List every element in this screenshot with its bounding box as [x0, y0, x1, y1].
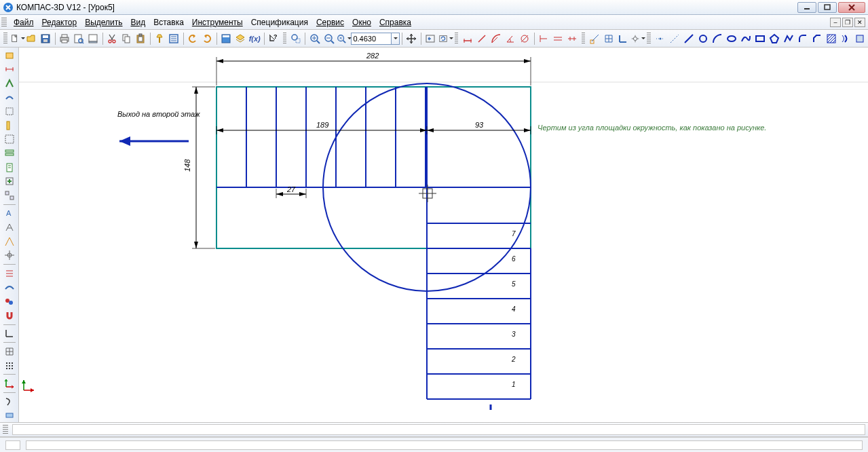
maximize-button[interactable]: [818, 2, 837, 13]
minimize-button[interactable]: [797, 2, 816, 13]
menu-service[interactable]: Сервис: [312, 16, 348, 29]
save-button[interactable]: [39, 31, 53, 46]
extra-button[interactable]: [2, 409, 17, 422]
dim-baseline-button[interactable]: [551, 31, 565, 46]
tool-c-button[interactable]: [2, 235, 17, 248]
snap-endpoint-button[interactable]: [587, 31, 601, 46]
mdi-minimize-button[interactable]: –: [830, 18, 841, 27]
toolbar-grip[interactable]: [1, 18, 7, 27]
zoom-fit-button[interactable]: [336, 31, 351, 46]
paste-button[interactable]: [134, 31, 148, 46]
properties-button[interactable]: [167, 31, 181, 46]
toolbar-grip[interactable]: [3, 33, 7, 45]
zoom-input[interactable]: [351, 33, 392, 45]
axis-icon[interactable]: [2, 377, 17, 390]
show-texture-button[interactable]: [2, 295, 17, 308]
menu-select[interactable]: Выделить: [81, 16, 126, 29]
help-button[interactable]: ?: [267, 31, 281, 46]
mdi-restore-button[interactable]: ❐: [842, 18, 853, 27]
views-panel-button[interactable]: [2, 189, 17, 202]
toolbar-grip[interactable]: [283, 33, 287, 45]
select-panel-button[interactable]: [2, 133, 17, 147]
new-document-button[interactable]: [10, 31, 24, 46]
zoom-window-button[interactable]: [288, 31, 303, 46]
arc-button[interactable]: [710, 31, 724, 46]
manager-button[interactable]: [219, 31, 233, 46]
point-button[interactable]: [653, 31, 667, 46]
toolbar-grip[interactable]: [582, 33, 586, 45]
property-field[interactable]: [12, 424, 865, 435]
coord-origin-button[interactable]: [2, 327, 17, 341]
ellipse-button[interactable]: [724, 31, 738, 46]
copy-button[interactable]: [119, 31, 134, 46]
show-dims-button[interactable]: [2, 267, 17, 280]
dim-angle-button[interactable]: [504, 31, 518, 46]
menu-tools[interactable]: Инструменты: [188, 16, 247, 29]
dim-diameter-button[interactable]: [518, 31, 532, 46]
zoom-out-button[interactable]: [322, 31, 336, 46]
drawing-canvas[interactable]: 1 2 3 4 5 6 7 282 148: [19, 48, 868, 422]
rectangle-button[interactable]: [753, 31, 767, 46]
print-preview-button[interactable]: [72, 31, 86, 46]
edit-panel-button[interactable]: [2, 91, 17, 105]
line-button[interactable]: [681, 31, 696, 46]
menu-help[interactable]: Справка: [375, 16, 415, 29]
magnet-button[interactable]: [2, 309, 17, 322]
toolbar-grip[interactable]: [455, 33, 459, 45]
tool-d-button[interactable]: [2, 249, 17, 263]
tool-a-button[interactable]: A: [2, 207, 17, 221]
contour-button[interactable]: [852, 31, 867, 46]
print-button[interactable]: [58, 31, 72, 46]
open-button[interactable]: [24, 31, 39, 46]
snap-grid-button[interactable]: [601, 31, 616, 46]
spec-panel-button[interactable]: [2, 147, 17, 160]
polygon-button[interactable]: [767, 31, 781, 46]
notation-panel-button[interactable]: [2, 77, 17, 90]
dimensions-panel-button[interactable]: [2, 63, 17, 77]
chamfer-button[interactable]: [810, 31, 824, 46]
grid-dots-button[interactable]: [2, 359, 17, 373]
dim-ordinate-button[interactable]: [537, 31, 551, 46]
tool-b-button[interactable]: [2, 221, 17, 234]
toolbar-grip[interactable]: [3, 425, 8, 434]
snap-settings-button[interactable]: [630, 31, 645, 46]
menu-editor[interactable]: Редактор: [38, 16, 81, 29]
equidistant-button[interactable]: [838, 31, 852, 46]
spline-button[interactable]: [738, 31, 753, 46]
menu-view[interactable]: Вид: [127, 16, 150, 29]
toolbar-grip[interactable]: [647, 33, 651, 45]
redraw-button[interactable]: [438, 31, 453, 46]
menu-file[interactable]: Файл: [10, 16, 38, 29]
format-painter-button[interactable]: [153, 31, 167, 46]
close-button[interactable]: [838, 2, 865, 13]
zoom-previous-button[interactable]: [423, 31, 438, 46]
redo-button[interactable]: [200, 31, 214, 46]
grid-button[interactable]: [2, 345, 17, 358]
measure-panel-button[interactable]: [2, 119, 17, 132]
dim-radius-button[interactable]: [489, 31, 504, 46]
cut-button[interactable]: [105, 31, 119, 46]
aux-line-button[interactable]: [667, 31, 681, 46]
dim-chain-button[interactable]: [565, 31, 580, 46]
undo-button[interactable]: [186, 31, 200, 46]
show-curves-button[interactable]: [2, 281, 17, 295]
insert-panel-button[interactable]: [2, 174, 17, 188]
hatch-button[interactable]: [824, 31, 838, 46]
menu-insert[interactable]: Вставка: [149, 16, 188, 29]
layers-button[interactable]: [233, 31, 248, 46]
pan-button[interactable]: [404, 31, 419, 46]
reports-panel-button[interactable]: [2, 161, 17, 174]
variables-button[interactable]: f(x): [248, 31, 262, 46]
snap-ortho-button[interactable]: [616, 31, 630, 46]
menu-spec[interactable]: Спецификация: [247, 16, 312, 29]
params-panel-button[interactable]: [2, 105, 17, 118]
circle-button[interactable]: [696, 31, 710, 46]
zoom-in-button[interactable]: [307, 31, 322, 46]
mdi-close-button[interactable]: ✕: [854, 18, 865, 27]
fillet-button[interactable]: [795, 31, 810, 46]
dim-linear-button[interactable]: [460, 31, 474, 46]
geometry-panel-button[interactable]: [2, 49, 17, 62]
zoom-dropdown[interactable]: [392, 33, 399, 45]
dim-align-button[interactable]: [474, 31, 489, 46]
plot-button[interactable]: [86, 31, 100, 46]
